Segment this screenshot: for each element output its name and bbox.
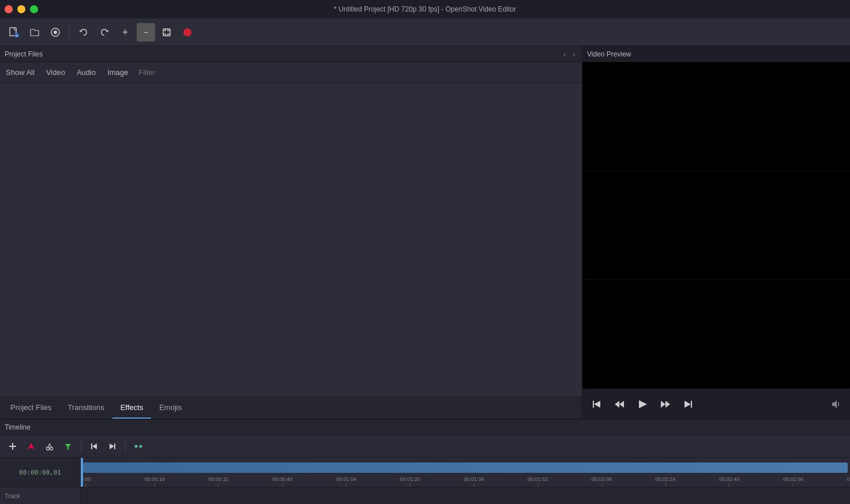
video-preview-title: Video Preview <box>587 50 631 58</box>
add-marker-button[interactable] <box>130 438 146 454</box>
window-title: * Untitled Project [HD 720p 30 fps] - Op… <box>334 5 516 13</box>
ruler-mark: 00:02:56 <box>783 476 803 487</box>
ruler-label: 00:02:56 <box>783 476 803 482</box>
ruler-label: 00:01:52 <box>528 476 548 482</box>
open-project-button[interactable] <box>25 23 44 42</box>
ruler-mark: 00:01:52 <box>528 476 548 487</box>
svg-marker-22 <box>65 444 71 450</box>
project-files-title: Project Files <box>5 50 43 58</box>
nav-back-button[interactable]: ‹ <box>561 49 568 59</box>
project-files-header: Project Files ‹ › <box>0 46 582 62</box>
time-display: 00:00:00,01 <box>0 458 81 487</box>
ruler-tick <box>601 483 602 487</box>
ruler-label: 00:01:36 <box>464 476 484 482</box>
jump-start-button[interactable] <box>587 395 605 413</box>
timeline-scrubber[interactable] <box>81 458 83 487</box>
ruler-tick <box>155 483 155 487</box>
svg-point-6 <box>183 28 191 36</box>
tab-emojis[interactable]: Emojis <box>151 397 190 419</box>
minimize-button[interactable] <box>17 5 25 13</box>
ruler-tick <box>410 483 411 487</box>
ruler-mark: 00:00:32 <box>208 476 228 487</box>
svg-point-28 <box>140 445 142 448</box>
svg-marker-19 <box>28 443 35 450</box>
timeline-header: Timeline <box>0 420 850 435</box>
save-project-button[interactable] <box>46 23 65 42</box>
ruler-label: 00:02:24 <box>655 476 675 482</box>
svg-marker-16 <box>832 400 837 408</box>
filter-tab-audio[interactable]: Audio <box>76 66 97 79</box>
redo-button[interactable] <box>95 23 114 42</box>
add-track-button[interactable] <box>5 438 21 454</box>
filter-down-button[interactable] <box>60 438 76 454</box>
ruler-label: 00:01:20 <box>400 476 420 482</box>
svg-marker-12 <box>661 401 665 408</box>
svg-point-27 <box>135 445 138 448</box>
ruler-tick <box>218 483 219 487</box>
svg-marker-9 <box>619 401 624 408</box>
jump-end-tl-button[interactable] <box>104 438 121 454</box>
preview-screen-top <box>582 62 850 171</box>
svg-marker-26 <box>114 443 115 449</box>
ruler-tick <box>665 483 666 487</box>
svg-marker-14 <box>684 401 691 408</box>
ruler-mark: 00:02:24 <box>655 476 675 487</box>
filter-tab-video[interactable]: Video <box>45 66 66 79</box>
ruler-mark: 00:01:20 <box>400 476 420 487</box>
ruler-tick <box>729 483 729 487</box>
volume-button[interactable] <box>827 395 845 413</box>
ruler-mark: 00:01:04 <box>336 476 356 487</box>
tab-project-files[interactable]: Project Files <box>2 397 60 419</box>
svg-marker-25 <box>110 443 114 449</box>
filter-input[interactable] <box>138 68 577 77</box>
ruler-label: 00:01:04 <box>336 476 356 482</box>
filter-tab-image[interactable]: Image <box>106 66 129 79</box>
svg-marker-7 <box>593 401 594 408</box>
ruler-tick <box>85 483 86 487</box>
tl-separator-1 <box>81 441 81 452</box>
fullscreen-button[interactable] <box>157 23 176 42</box>
titlebar: * Untitled Project [HD 720p 30 fps] - Op… <box>0 0 850 18</box>
preview-screen-middle <box>582 171 850 280</box>
close-button[interactable] <box>5 5 13 13</box>
new-project-button[interactable]: + <box>5 23 23 42</box>
svg-marker-23 <box>91 443 92 449</box>
enable-razor-button[interactable] <box>23 438 39 454</box>
svg-marker-13 <box>665 401 670 408</box>
ruler-marks: 0:0000:00:1600:00:3200:00:4800:01:0400:0… <box>81 458 850 487</box>
timeline-toolbar <box>0 435 850 458</box>
remove-button[interactable]: − <box>137 23 155 42</box>
ruler-mark: 00:02:40 <box>719 476 739 487</box>
play-pause-button[interactable] <box>633 395 652 413</box>
add-button[interactable]: + <box>116 23 134 42</box>
svg-rect-5 <box>163 29 170 36</box>
svg-marker-24 <box>92 443 97 449</box>
svg-marker-8 <box>594 401 600 408</box>
ruler-label: 00:00:48 <box>272 476 292 482</box>
track-area: Track <box>0 487 850 504</box>
ruler-label: 00:02:08 <box>592 476 612 482</box>
filter-tab-showall[interactable]: Show All <box>5 66 36 79</box>
track-label: Track <box>0 487 81 504</box>
ruler-container[interactable]: 0:0000:00:1600:00:3200:00:4800:01:0400:0… <box>81 458 850 487</box>
timeline-ruler-area: 00:00:00,01 0:0000:00:1600:00:3200:00:48… <box>0 458 850 487</box>
timeline-title: Timeline <box>5 423 31 431</box>
nav-forward-button[interactable]: › <box>570 49 577 59</box>
jump-end-button[interactable] <box>679 395 698 413</box>
maximize-button[interactable] <box>30 5 38 13</box>
record-button[interactable] <box>178 23 197 42</box>
ruler-tick <box>793 483 793 487</box>
jump-start-tl-button[interactable] <box>86 438 102 454</box>
tab-effects[interactable]: Effects <box>112 397 152 419</box>
undo-button[interactable] <box>74 23 93 42</box>
fast-forward-button[interactable] <box>656 395 675 413</box>
rewind-button[interactable] <box>610 395 629 413</box>
ruler-mark: 00:03:12 <box>847 476 850 487</box>
preview-screens <box>582 62 850 389</box>
ruler-mark: 00:01:36 <box>464 476 484 487</box>
tab-transitions[interactable]: Transitions <box>60 397 112 419</box>
svg-point-4 <box>54 31 57 34</box>
enable-snap-button[interactable] <box>42 438 58 454</box>
header-navigation: ‹ › <box>561 49 577 59</box>
ruler-tick <box>473 483 474 487</box>
